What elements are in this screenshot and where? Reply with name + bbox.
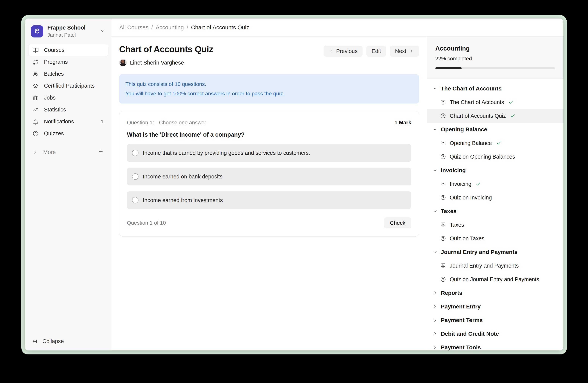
course-outline-sidebar: Accounting 22% completed The Chart of Ac… — [427, 37, 563, 350]
option-radio[interactable] — [132, 173, 138, 180]
help-circle-icon — [33, 131, 39, 137]
window-frame: Frappe School Jannat Patel Courses Progr… — [21, 15, 567, 354]
answer-option[interactable]: Income that is earned by providing goods… — [127, 144, 411, 162]
option-label: Income earned on bank deposits — [143, 173, 223, 180]
breadcrumb-accounting[interactable]: Accounting — [156, 24, 184, 31]
outline-item-lesson[interactable]: Invoicing — [427, 177, 563, 191]
sidebar-item-certified-participants[interactable]: Certified Participants — [28, 80, 108, 92]
sidebar-item-courses[interactable]: Courses — [28, 44, 108, 56]
check-icon — [508, 99, 514, 105]
quiz-main: Chart of Accounts Quiz Linet Sherin Varg… — [111, 37, 427, 350]
previous-button[interactable]: Previous — [324, 46, 363, 57]
banner-line-2: You will have to get 100% correct answer… — [126, 89, 413, 98]
item-label: Invoicing — [450, 181, 471, 187]
quiz-nav-buttons: Previous Edit Next — [324, 46, 419, 57]
edit-label: Edit — [372, 48, 381, 54]
outline-item-lesson[interactable]: The Chart of Accounts — [427, 95, 563, 109]
sidebar-item-label: Jobs — [44, 95, 56, 101]
outline-item-quiz[interactable]: Quiz on Invoicing — [427, 191, 563, 204]
question-text: What is the 'Direct Income' of a company… — [127, 131, 411, 138]
app-window: Frappe School Jannat Patel Courses Progr… — [25, 19, 563, 350]
sidebar-item-quizzes[interactable]: Quizzes — [28, 128, 108, 139]
option-radio[interactable] — [132, 197, 138, 203]
question-marks: 1 Mark — [394, 120, 411, 126]
content-region: All Courses / Accounting / Chart of Acco… — [111, 19, 563, 350]
check-icon — [476, 181, 481, 187]
quiz-info-banner: This quiz consists of 10 questions. You … — [119, 74, 419, 103]
check-icon — [510, 113, 515, 118]
option-label: Income earned from investments — [143, 197, 223, 203]
previous-label: Previous — [336, 48, 358, 54]
question-card: Question 1: Choose one answer 1 Mark Wha… — [119, 111, 419, 236]
sidebar-item-label: Certified Participants — [44, 83, 95, 89]
collapse-label: Collapse — [42, 338, 64, 345]
outline-section-journal-entry-and-payments[interactable]: Journal Entry and Payments — [427, 245, 563, 259]
help-circle-icon — [440, 113, 446, 119]
banner-line-1: This quiz consists of 10 questions. — [126, 79, 413, 89]
outline-section-debit-and-credit-note[interactable]: Debit and Credit Note — [427, 327, 563, 341]
sidebar-item-more[interactable]: More — [28, 146, 108, 158]
item-label: The Chart of Accounts — [450, 99, 504, 105]
graduation-cap-icon — [33, 83, 39, 89]
chevron-down-icon — [433, 249, 438, 254]
section-label: Payment Terms — [441, 317, 483, 323]
question-progress: Question 1 of 10 — [127, 220, 166, 226]
monitor-play-icon — [440, 263, 446, 268]
monitor-play-icon — [440, 222, 446, 228]
outline-item-lesson[interactable]: Journal Entry and Payments — [427, 259, 563, 272]
chevron-down-icon — [433, 168, 438, 173]
course-title: Accounting — [435, 45, 555, 52]
edit-button[interactable]: Edit — [366, 46, 386, 57]
help-circle-icon — [440, 154, 446, 159]
item-label: Quiz on Journal Entry and Payments — [450, 276, 539, 283]
author-name: Linet Sherin Varghese — [130, 60, 184, 66]
user-name: Jannat Patel — [47, 32, 85, 38]
outline-section-payment-tools[interactable]: Payment Tools — [427, 341, 563, 350]
question-footer: Question 1 of 10 Check — [127, 217, 411, 229]
sidebar-item-batches[interactable]: Batches — [28, 68, 108, 80]
sidebar-item-notifications[interactable]: Notifications 1 — [28, 116, 108, 128]
item-label: Chart of Accounts Quiz — [450, 113, 506, 119]
item-label: Quiz on Opening Balances — [450, 154, 515, 160]
section-label: Payment Tools — [441, 344, 481, 350]
breadcrumb-all-courses[interactable]: All Courses — [119, 24, 148, 31]
answer-option[interactable]: Income earned on bank deposits — [127, 168, 411, 185]
sidebar-item-label: Batches — [44, 71, 64, 77]
sidebar-item-statistics[interactable]: Statistics — [28, 104, 108, 116]
sidebar-item-label: Quizzes — [44, 130, 64, 137]
sidebar-item-programs[interactable]: Programs — [28, 56, 108, 68]
workspace-switcher[interactable]: Frappe School Jannat Patel — [25, 19, 111, 43]
course-outline-tree: The Chart of Accounts The Chart of Accou… — [427, 79, 563, 350]
author-row: Linet Sherin Varghese — [119, 59, 213, 66]
next-button[interactable]: Next — [390, 46, 419, 57]
outline-section-reports[interactable]: Reports — [427, 286, 563, 300]
outline-section-chart-of-accounts[interactable]: The Chart of Accounts — [427, 82, 563, 95]
outline-section-payment-entry[interactable]: Payment Entry — [427, 300, 563, 313]
outline-item-lesson[interactable]: Opening Balance — [427, 136, 563, 150]
outline-section-taxes[interactable]: Taxes — [427, 204, 563, 218]
breadcrumb: All Courses / Accounting / Chart of Acco… — [111, 19, 563, 37]
sidebar-item-jobs[interactable]: Jobs — [28, 92, 108, 104]
quiz-header: Chart of Accounts Quiz Linet Sherin Varg… — [119, 44, 419, 66]
briefcase-icon — [33, 95, 39, 101]
chevron-down-icon — [100, 28, 105, 35]
outline-section-invoicing[interactable]: Invoicing — [427, 164, 563, 177]
collapse-icon — [32, 339, 38, 344]
answer-option[interactable]: Income earned from investments — [127, 191, 411, 209]
outline-item-lesson[interactable]: Taxes — [427, 218, 563, 232]
option-radio[interactable] — [132, 150, 138, 156]
outline-item-quiz-current[interactable]: Chart of Accounts Quiz — [427, 109, 563, 123]
outline-section-opening-balance[interactable]: Opening Balance — [427, 123, 563, 136]
collapse-sidebar-button[interactable]: Collapse — [25, 332, 111, 350]
sidebar-item-label: Statistics — [44, 107, 66, 113]
outline-item-quiz[interactable]: Quiz on Taxes — [427, 232, 563, 245]
breadcrumb-separator: / — [187, 24, 188, 31]
outline-item-quiz[interactable]: Quiz on Opening Balances — [427, 150, 563, 164]
monitor-play-icon — [440, 181, 446, 187]
plus-icon — [98, 149, 104, 154]
outline-section-payment-terms[interactable]: Payment Terms — [427, 313, 563, 327]
check-button[interactable]: Check — [384, 217, 411, 229]
users-icon — [33, 71, 39, 77]
outline-item-quiz[interactable]: Quiz on Journal Entry and Payments — [427, 272, 563, 286]
add-sidebar-section-button[interactable] — [98, 149, 104, 156]
